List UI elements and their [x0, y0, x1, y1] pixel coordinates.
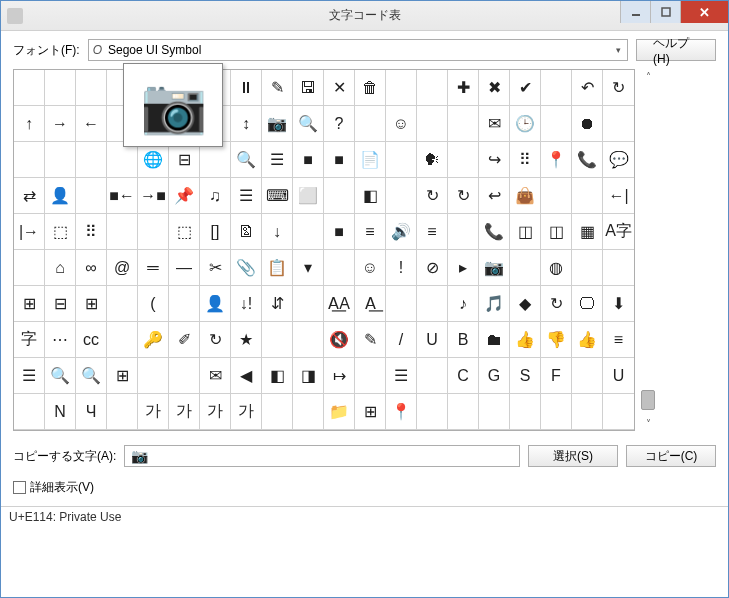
grid-cell[interactable]: ♫ — [200, 178, 231, 214]
grid-cell[interactable]: ↕ — [231, 106, 262, 142]
grid-cell[interactable]: 🗣 — [417, 142, 448, 178]
grid-cell[interactable] — [572, 394, 603, 430]
grid-cell[interactable] — [138, 358, 169, 394]
grid-cell[interactable]: 📌 — [169, 178, 200, 214]
grid-cell[interactable] — [169, 286, 200, 322]
grid-cell[interactable]: ! — [386, 250, 417, 286]
grid-cell[interactable] — [107, 286, 138, 322]
grid-cell[interactable]: ▸ — [448, 250, 479, 286]
grid-cell[interactable]: 👎 — [541, 322, 572, 358]
minimize-button[interactable] — [620, 1, 650, 23]
grid-cell[interactable]: ⌂ — [45, 250, 76, 286]
grid-cell[interactable]: ▾ — [293, 250, 324, 286]
grid-cell[interactable]: ✕ — [324, 70, 355, 106]
grid-cell[interactable] — [510, 250, 541, 286]
grid-cell[interactable]: S — [510, 358, 541, 394]
grid-cell[interactable]: ✖ — [479, 70, 510, 106]
grid-cell[interactable] — [14, 250, 45, 286]
grid-cell[interactable] — [448, 394, 479, 430]
grid-cell[interactable]: ◆ — [510, 286, 541, 322]
grid-cell[interactable] — [76, 142, 107, 178]
grid-cell[interactable]: ⊞ — [107, 358, 138, 394]
grid-cell[interactable] — [107, 394, 138, 430]
grid-cell[interactable] — [417, 106, 448, 142]
grid-cell[interactable] — [572, 250, 603, 286]
grid-cell[interactable]: ☰ — [262, 142, 293, 178]
grid-cell[interactable]: ♪ — [448, 286, 479, 322]
grid-cell[interactable]: @ — [107, 250, 138, 286]
grid-cell[interactable]: ■ — [324, 214, 355, 250]
grid-cell[interactable]: ⏺ — [572, 106, 603, 142]
grid-cell[interactable]: ⏸ — [231, 70, 262, 106]
grid-cell[interactable]: ✉ — [479, 106, 510, 142]
grid-cell[interactable] — [541, 106, 572, 142]
grid-cell[interactable]: 📷 — [262, 106, 293, 142]
maximize-button[interactable] — [650, 1, 680, 23]
grid-cell[interactable] — [76, 70, 107, 106]
grid-cell[interactable]: 👤 — [45, 178, 76, 214]
grid-cell[interactable]: 📍 — [386, 394, 417, 430]
grid-cell[interactable]: B — [448, 322, 479, 358]
grid-cell[interactable] — [293, 394, 324, 430]
character-grid[interactable]: ▶⏸✎🖫✕🗑✚✖✔↶↻↑→←⏺↕📷🔍?☺✉🕒⏺🌐⊟🔍☰■■📄🗣↪⠿📍📞💬⇄👤■←… — [13, 69, 635, 431]
grid-cell[interactable]: 🔍 — [76, 358, 107, 394]
grid-cell[interactable]: ✂ — [200, 250, 231, 286]
grid-cell[interactable] — [448, 214, 479, 250]
grid-cell[interactable]: U — [417, 322, 448, 358]
grid-cell[interactable]: 📞 — [572, 142, 603, 178]
grid-cell[interactable]: ◫ — [541, 214, 572, 250]
grid-cell[interactable]: ←| — [603, 178, 634, 214]
grid-cell[interactable]: ⋯ — [45, 322, 76, 358]
grid-cell[interactable]: U — [603, 358, 634, 394]
grid-cell[interactable] — [603, 250, 634, 286]
grid-cell[interactable]: ⬜ — [293, 178, 324, 214]
grid-cell[interactable]: [] — [200, 214, 231, 250]
grid-cell[interactable] — [386, 178, 417, 214]
grid-cell[interactable]: ↑ — [14, 106, 45, 142]
grid-cell[interactable]: ⊘ — [417, 250, 448, 286]
grid-cell[interactable]: ≡ — [603, 322, 634, 358]
grid-cell[interactable]: ⠿ — [510, 142, 541, 178]
grid-cell[interactable]: ⠿ — [76, 214, 107, 250]
grid-cell[interactable] — [107, 322, 138, 358]
grid-cell[interactable]: 🔍 — [45, 358, 76, 394]
grid-cell[interactable]: 👍 — [572, 322, 603, 358]
scroll-up-icon[interactable]: ˄ — [646, 71, 651, 82]
grid-cell[interactable] — [107, 142, 138, 178]
grid-cell[interactable]: 가 — [231, 394, 262, 430]
scroll-thumb[interactable] — [641, 390, 655, 410]
grid-cell[interactable] — [386, 142, 417, 178]
grid-cell[interactable]: ⬚ — [45, 214, 76, 250]
grid-cell[interactable] — [386, 70, 417, 106]
grid-cell[interactable]: ⇵ — [262, 286, 293, 322]
grid-cell[interactable] — [293, 286, 324, 322]
grid-cell[interactable]: ↻ — [448, 178, 479, 214]
grid-cell[interactable]: ⊟ — [45, 286, 76, 322]
grid-cell[interactable]: ✚ — [448, 70, 479, 106]
grid-cell[interactable]: N — [45, 394, 76, 430]
grid-cell[interactable]: cc — [76, 322, 107, 358]
grid-cell[interactable] — [603, 106, 634, 142]
font-select[interactable]: O Segoe UI Symbol ▾ — [88, 39, 628, 61]
grid-cell[interactable]: 🖻 — [231, 214, 262, 250]
grid-cell[interactable]: A字 — [603, 214, 634, 250]
grid-cell[interactable] — [293, 322, 324, 358]
grid-cell[interactable]: 📷 — [479, 250, 510, 286]
grid-cell[interactable]: ⬚ — [169, 214, 200, 250]
grid-cell[interactable]: ↓! — [231, 286, 262, 322]
grid-cell[interactable]: 👤 — [200, 286, 231, 322]
grid-cell[interactable] — [14, 70, 45, 106]
grid-cell[interactable]: 🕒 — [510, 106, 541, 142]
copy-button[interactable]: コピー(C) — [626, 445, 716, 467]
grid-cell[interactable]: ⊞ — [355, 394, 386, 430]
close-button[interactable]: ✕ — [680, 1, 728, 23]
grid-cell[interactable] — [572, 358, 603, 394]
grid-cell[interactable] — [355, 358, 386, 394]
grid-cell[interactable]: 🔑 — [138, 322, 169, 358]
grid-cell[interactable]: Ч — [76, 394, 107, 430]
grid-cell[interactable]: 📄 — [355, 142, 386, 178]
grid-cell[interactable] — [262, 394, 293, 430]
grid-cell[interactable] — [541, 178, 572, 214]
grid-cell[interactable] — [76, 178, 107, 214]
grid-cell[interactable]: ☺ — [355, 250, 386, 286]
